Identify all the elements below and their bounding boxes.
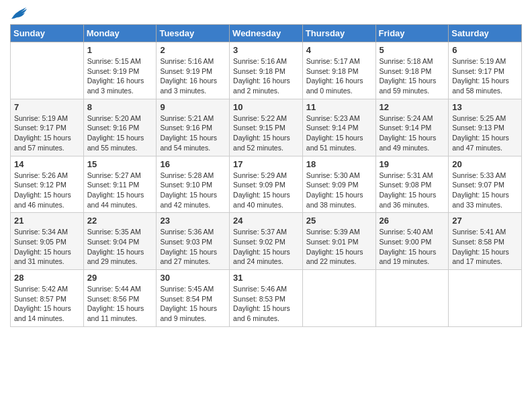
day-number: 31 [233,273,299,283]
calendar-cell: 28Sunrise: 5:42 AM Sunset: 8:57 PM Dayli… [11,270,84,327]
day-content: Sunrise: 5:21 AM Sunset: 9:16 PM Dayligh… [160,113,226,153]
day-number: 26 [380,216,445,226]
day-number: 11 [306,102,372,112]
calendar-week-row: 28Sunrise: 5:42 AM Sunset: 8:57 PM Dayli… [11,270,522,327]
day-content: Sunrise: 5:16 AM Sunset: 9:18 PM Dayligh… [233,56,299,96]
calendar-cell: 21Sunrise: 5:34 AM Sunset: 9:05 PM Dayli… [11,213,84,270]
day-content: Sunrise: 5:20 AM Sunset: 9:16 PM Dayligh… [87,113,153,153]
day-content: Sunrise: 5:25 AM Sunset: 9:13 PM Dayligh… [452,113,518,153]
calendar-cell: 19Sunrise: 5:31 AM Sunset: 9:08 PM Dayli… [375,156,449,213]
calendar-cell: 11Sunrise: 5:23 AM Sunset: 9:14 PM Dayli… [302,99,375,156]
day-number: 4 [306,45,372,55]
day-content: Sunrise: 5:36 AM Sunset: 9:03 PM Dayligh… [160,227,226,267]
calendar-cell: 23Sunrise: 5:36 AM Sunset: 9:03 PM Dayli… [157,213,230,270]
calendar-cell: 24Sunrise: 5:37 AM Sunset: 9:02 PM Dayli… [230,213,303,270]
calendar-week-row: 14Sunrise: 5:26 AM Sunset: 9:12 PM Dayli… [11,156,522,213]
day-number: 27 [452,216,518,226]
day-content: Sunrise: 5:27 AM Sunset: 9:11 PM Dayligh… [87,171,153,210]
day-content: Sunrise: 5:35 AM Sunset: 9:04 PM Dayligh… [87,227,153,267]
day-number: 3 [233,45,299,55]
weekday-header-sunday: Sunday [11,25,84,42]
logo-bird-icon [10,7,28,21]
day-content: Sunrise: 5:33 AM Sunset: 9:07 PM Dayligh… [452,171,518,210]
calendar-cell [302,270,375,327]
day-content: Sunrise: 5:19 AM Sunset: 9:17 PM Dayligh… [452,56,518,96]
day-content: Sunrise: 5:30 AM Sunset: 9:09 PM Dayligh… [306,171,372,210]
day-number: 19 [380,159,445,169]
calendar-cell: 12Sunrise: 5:24 AM Sunset: 9:14 PM Dayli… [375,99,449,156]
day-number: 25 [306,216,372,226]
calendar-cell: 26Sunrise: 5:40 AM Sunset: 9:00 PM Dayli… [375,213,449,270]
day-content: Sunrise: 5:17 AM Sunset: 9:18 PM Dayligh… [306,56,372,96]
weekday-header-wednesday: Wednesday [230,25,303,42]
calendar-cell: 2Sunrise: 5:16 AM Sunset: 9:19 PM Daylig… [157,42,230,99]
day-number: 16 [160,159,226,169]
day-number: 8 [87,102,153,112]
weekday-header-friday: Friday [375,25,449,42]
calendar-week-row: 7Sunrise: 5:19 AM Sunset: 9:17 PM Daylig… [11,99,522,156]
calendar-cell: 22Sunrise: 5:35 AM Sunset: 9:04 PM Dayli… [83,213,157,270]
day-content: Sunrise: 5:44 AM Sunset: 8:56 PM Dayligh… [87,284,153,324]
day-number: 15 [87,159,153,169]
calendar-cell: 7Sunrise: 5:19 AM Sunset: 9:17 PM Daylig… [11,99,84,156]
calendar-cell: 20Sunrise: 5:33 AM Sunset: 9:07 PM Dayli… [449,156,522,213]
day-content: Sunrise: 5:26 AM Sunset: 9:12 PM Dayligh… [14,171,80,210]
calendar-cell: 14Sunrise: 5:26 AM Sunset: 9:12 PM Dayli… [11,156,84,213]
day-number: 2 [160,45,226,55]
calendar-cell: 18Sunrise: 5:30 AM Sunset: 9:09 PM Dayli… [302,156,375,213]
day-content: Sunrise: 5:39 AM Sunset: 9:01 PM Dayligh… [306,227,372,267]
day-number: 29 [87,273,153,283]
calendar-cell: 17Sunrise: 5:29 AM Sunset: 9:09 PM Dayli… [230,156,303,213]
day-content: Sunrise: 5:23 AM Sunset: 9:14 PM Dayligh… [306,113,372,153]
day-content: Sunrise: 5:37 AM Sunset: 9:02 PM Dayligh… [233,227,299,267]
day-content: Sunrise: 5:28 AM Sunset: 9:10 PM Dayligh… [160,171,226,210]
calendar-cell: 8Sunrise: 5:20 AM Sunset: 9:16 PM Daylig… [83,99,157,156]
calendar-cell [11,42,84,99]
weekday-header-monday: Monday [83,25,157,42]
calendar-cell: 9Sunrise: 5:21 AM Sunset: 9:16 PM Daylig… [157,99,230,156]
day-number: 28 [14,273,80,283]
day-content: Sunrise: 5:16 AM Sunset: 9:19 PM Dayligh… [160,56,226,96]
calendar-week-row: 1Sunrise: 5:15 AM Sunset: 9:19 PM Daylig… [11,42,522,99]
weekday-header-row: SundayMondayTuesdayWednesdayThursdayFrid… [11,25,522,42]
day-number: 20 [452,159,518,169]
calendar-cell: 16Sunrise: 5:28 AM Sunset: 9:10 PM Dayli… [157,156,230,213]
day-number: 5 [380,45,445,55]
calendar-cell: 3Sunrise: 5:16 AM Sunset: 9:18 PM Daylig… [230,42,303,99]
day-number: 9 [160,102,226,112]
day-content: Sunrise: 5:18 AM Sunset: 9:18 PM Dayligh… [380,56,445,96]
day-number: 6 [452,45,518,55]
weekday-header-tuesday: Tuesday [157,25,230,42]
calendar-week-row: 21Sunrise: 5:34 AM Sunset: 9:05 PM Dayli… [11,213,522,270]
logo [10,7,28,19]
day-content: Sunrise: 5:19 AM Sunset: 9:17 PM Dayligh… [14,113,80,153]
calendar-cell: 13Sunrise: 5:25 AM Sunset: 9:13 PM Dayli… [449,99,522,156]
day-content: Sunrise: 5:31 AM Sunset: 9:08 PM Dayligh… [380,171,445,210]
calendar-cell [449,270,522,327]
day-number: 7 [14,102,80,112]
calendar-cell: 6Sunrise: 5:19 AM Sunset: 9:17 PM Daylig… [449,42,522,99]
day-number: 10 [233,102,299,112]
day-content: Sunrise: 5:41 AM Sunset: 8:58 PM Dayligh… [452,227,518,267]
calendar-cell: 15Sunrise: 5:27 AM Sunset: 9:11 PM Dayli… [83,156,157,213]
day-number: 30 [160,273,226,283]
day-content: Sunrise: 5:22 AM Sunset: 9:15 PM Dayligh… [233,113,299,153]
calendar-cell: 10Sunrise: 5:22 AM Sunset: 9:15 PM Dayli… [230,99,303,156]
calendar-cell: 5Sunrise: 5:18 AM Sunset: 9:18 PM Daylig… [375,42,449,99]
day-number: 1 [87,45,153,55]
day-content: Sunrise: 5:15 AM Sunset: 9:19 PM Dayligh… [87,56,153,96]
day-content: Sunrise: 5:46 AM Sunset: 8:53 PM Dayligh… [233,284,299,324]
calendar-cell: 31Sunrise: 5:46 AM Sunset: 8:53 PM Dayli… [230,270,303,327]
day-number: 23 [160,216,226,226]
calendar-cell: 1Sunrise: 5:15 AM Sunset: 9:19 PM Daylig… [83,42,157,99]
calendar-cell: 29Sunrise: 5:44 AM Sunset: 8:56 PM Dayli… [83,270,157,327]
day-content: Sunrise: 5:40 AM Sunset: 9:00 PM Dayligh… [380,227,445,267]
day-number: 22 [87,216,153,226]
calendar-table: SundayMondayTuesdayWednesdayThursdayFrid… [10,24,522,327]
day-content: Sunrise: 5:34 AM Sunset: 9:05 PM Dayligh… [14,227,80,267]
day-content: Sunrise: 5:24 AM Sunset: 9:14 PM Dayligh… [380,113,445,153]
calendar-cell: 4Sunrise: 5:17 AM Sunset: 9:18 PM Daylig… [302,42,375,99]
day-content: Sunrise: 5:45 AM Sunset: 8:54 PM Dayligh… [160,284,226,324]
weekday-header-saturday: Saturday [449,25,522,42]
day-number: 14 [14,159,80,169]
